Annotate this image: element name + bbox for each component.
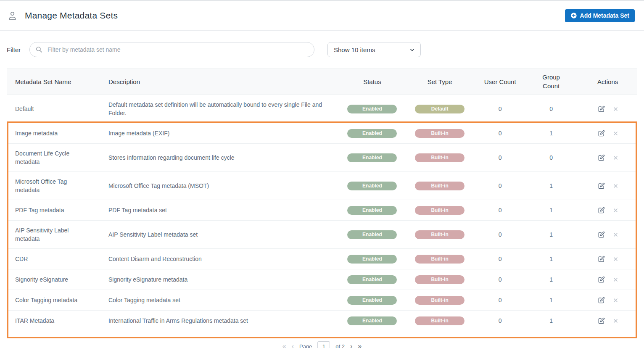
status-badge: Enabled bbox=[347, 153, 397, 162]
status-badge: Enabled bbox=[347, 255, 397, 264]
set-type-badge: Built-in bbox=[415, 296, 465, 305]
user-count: 0 bbox=[499, 256, 502, 262]
add-button-label: Add Metadata Set bbox=[580, 12, 629, 19]
page-header: Manage Metadata Sets Add Metadata Set bbox=[0, 1, 644, 31]
user-count: 0 bbox=[499, 154, 502, 161]
metadata-set-name: CDR bbox=[15, 255, 28, 263]
filter-search-input[interactable] bbox=[29, 42, 314, 57]
table-row: ITAR Metadata International Traffic in A… bbox=[7, 310, 637, 331]
status-badge: Enabled bbox=[347, 230, 397, 239]
metadata-set-name: Image metadata bbox=[15, 129, 58, 137]
col-header-user-count: User Count bbox=[476, 69, 523, 95]
col-header-group-count: Group Count bbox=[524, 69, 579, 95]
metadata-set-name: Signority eSignature bbox=[15, 275, 68, 284]
group-count: 1 bbox=[549, 231, 553, 238]
table-row: CDR Content Disarm and Reconstruction En… bbox=[7, 248, 637, 269]
delete-x-icon[interactable] bbox=[613, 277, 618, 282]
table-body: Default Default metadata set definition … bbox=[7, 95, 637, 331]
page-size-selected-label: Show 10 items bbox=[334, 46, 375, 53]
last-page-icon[interactable]: » bbox=[358, 343, 362, 348]
metadata-set-name: ITAR Metadata bbox=[15, 316, 54, 325]
set-type-badge: Built-in bbox=[415, 255, 465, 264]
set-type-badge: Default bbox=[415, 105, 465, 113]
metadata-set-description: Content Disarm and Reconstruction bbox=[108, 256, 202, 262]
pagination: « ‹ Page of 2 › » bbox=[0, 341, 644, 348]
metadata-set-description: Microsoft Office Tag metadata (MSOT) bbox=[108, 182, 209, 189]
group-count: 1 bbox=[549, 276, 553, 283]
table-row: Document Life Cycle metadata Stores info… bbox=[7, 143, 637, 171]
filter-bar: Filter Show 10 items bbox=[7, 42, 637, 57]
table-row: AIP Sensitivity Label metadata AIP Sensi… bbox=[7, 220, 637, 248]
delete-x-icon[interactable] bbox=[613, 318, 618, 324]
delete-x-icon[interactable] bbox=[613, 232, 618, 237]
group-count: 1 bbox=[549, 297, 553, 303]
prev-page-icon[interactable]: ‹ bbox=[292, 343, 294, 348]
metadata-set-description: Signority eSignature metadata bbox=[108, 276, 187, 283]
user-count: 0 bbox=[499, 130, 502, 137]
set-type-badge: Built-in bbox=[415, 230, 465, 239]
status-badge: Enabled bbox=[347, 182, 397, 190]
page-size-select[interactable]: Show 10 items bbox=[327, 42, 421, 57]
metadata-set-description: PDF Tag metadata set bbox=[108, 207, 167, 214]
page-title: Manage Metadata Sets bbox=[25, 11, 565, 21]
col-header-description: Description bbox=[108, 69, 341, 95]
metadata-set-name: Default bbox=[15, 105, 34, 113]
metadata-set-description: Image metadata (EXIF) bbox=[108, 130, 170, 137]
page-number-input[interactable] bbox=[317, 341, 330, 348]
delete-x-icon[interactable] bbox=[613, 106, 618, 112]
next-page-icon[interactable]: › bbox=[350, 343, 352, 348]
status-badge: Enabled bbox=[347, 316, 397, 325]
edit-icon[interactable] bbox=[597, 129, 605, 137]
col-header-actions: Actions bbox=[578, 69, 637, 95]
status-badge: Enabled bbox=[347, 129, 397, 138]
table-row: Image metadata Image metadata (EXIF) Ena… bbox=[7, 123, 637, 143]
edit-icon[interactable] bbox=[597, 231, 605, 239]
user-count: 0 bbox=[499, 276, 502, 283]
edit-icon[interactable] bbox=[597, 105, 605, 113]
edit-icon[interactable] bbox=[597, 255, 605, 263]
table-container: Metadata Set Name Description Status Set… bbox=[7, 69, 637, 338]
edit-icon[interactable] bbox=[597, 206, 605, 214]
delete-x-icon[interactable] bbox=[613, 256, 618, 262]
table-row: Signority eSignature Signority eSignatur… bbox=[7, 269, 637, 290]
set-type-badge: Built-in bbox=[415, 316, 465, 325]
delete-x-icon[interactable] bbox=[613, 183, 618, 189]
first-page-icon[interactable]: « bbox=[282, 343, 286, 348]
user-count: 0 bbox=[499, 297, 502, 303]
metadata-set-description: Stores information regarding document li… bbox=[108, 154, 235, 161]
filter-label: Filter bbox=[7, 46, 29, 53]
delete-x-icon[interactable] bbox=[613, 298, 618, 303]
edit-icon[interactable] bbox=[597, 296, 605, 304]
metadata-set-description: Default metadata set definition will be … bbox=[108, 101, 322, 116]
search-icon bbox=[35, 46, 42, 55]
group-count: 1 bbox=[549, 256, 553, 262]
add-metadata-set-button[interactable]: Add Metadata Set bbox=[565, 9, 635, 22]
edit-icon[interactable] bbox=[597, 317, 605, 325]
metadata-set-name: PDF Tag metadata bbox=[15, 206, 64, 214]
status-badge: Enabled bbox=[347, 105, 397, 113]
metadata-set-description: International Traffic in Arms Regulation… bbox=[108, 317, 248, 324]
set-type-badge: Built-in bbox=[415, 129, 465, 138]
set-type-badge: Built-in bbox=[415, 206, 465, 215]
delete-x-icon[interactable] bbox=[613, 155, 618, 161]
table-row: Color Tagging metadata Color Tagging met… bbox=[7, 290, 637, 310]
edit-icon[interactable] bbox=[597, 154, 605, 162]
metadata-set-name: Microsoft Office Tag metadata bbox=[15, 177, 84, 194]
group-count: 0 bbox=[549, 105, 553, 112]
filter-search bbox=[29, 42, 314, 57]
user-count: 0 bbox=[499, 207, 502, 214]
edit-icon[interactable] bbox=[597, 182, 605, 190]
chevron-down-icon bbox=[409, 47, 415, 53]
group-count: 1 bbox=[549, 130, 553, 137]
metadata-set-name: AIP Sensitivity Label metadata bbox=[15, 226, 84, 243]
metadata-set-description: Color Tagging metadata set bbox=[108, 297, 180, 303]
table-header-row: Metadata Set Name Description Status Set… bbox=[7, 69, 637, 95]
delete-x-icon[interactable] bbox=[613, 131, 618, 136]
col-header-status: Status bbox=[341, 69, 403, 95]
delete-x-icon[interactable] bbox=[613, 208, 618, 213]
user-count: 0 bbox=[499, 105, 502, 112]
user-icon bbox=[7, 10, 18, 21]
col-header-name: Metadata Set Name bbox=[7, 69, 108, 95]
set-type-badge: Built-in bbox=[415, 275, 465, 284]
edit-icon[interactable] bbox=[597, 276, 605, 284]
